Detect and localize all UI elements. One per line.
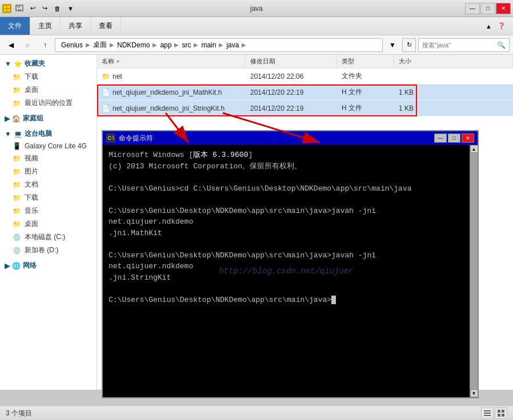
cmd-maximize[interactable]: □ [448,134,460,143]
cmd-line-11: C:\Users\Genius\Desktop\NDKDemo\app\src\… [109,294,464,306]
file-row-1[interactable]: 📄 net_qiujuer_ndkdemo_jni_MathKit.h 2014… [97,84,513,100]
bc-java[interactable]: java [224,40,241,50]
file-row-0[interactable]: 📁 net 2014/12/20 22:06 文件夹 [97,68,513,84]
homegroup-collapse-icon: ▶ [5,115,10,123]
file-type-0: 文件夹 [337,71,394,81]
sidebar-section-homegroup: ▶ 🏠 家庭组 [0,112,97,125]
toolbar-dropdown[interactable]: ▼ [65,2,77,15]
folder-icon-net: 📁 [102,72,110,80]
svg-rect-1 [7,6,10,8]
bc-desktop[interactable]: 桌面 [91,39,109,51]
favorites-label: 收藏夹 [25,59,45,68]
undo-btn[interactable]: ↩ [27,2,38,15]
svg-rect-13 [498,410,500,413]
sidebar-item-documents[interactable]: 📁 文档 [0,178,97,191]
cmd-title: 命令提示符 [119,134,153,143]
sidebar-item-desktop[interactable]: 📁 桌面 [0,83,97,96]
bc-ndkdemo[interactable]: NDKDemo [115,40,152,50]
sidebar-header-network[interactable]: ▶ 🌐 网络 [0,259,97,272]
svg-rect-12 [484,415,491,416]
address-dropdown-btn[interactable]: ▼ [385,38,400,52]
breadcrumb: Genius ▶ 桌面 ▶ NDKDemo ▶ app ▶ src ▶ main… [59,39,247,51]
cmd-scroll-down[interactable]: ▼ [470,389,478,397]
sidebar-item-videos[interactable]: 📁 视频 [0,152,97,165]
sidebar-item-recent[interactable]: 📁 最近访问的位置 [0,96,97,110]
col-header-name[interactable]: 名称 ▼ [97,55,246,68]
tab-file[interactable]: 文件 [0,17,30,35]
bc-src[interactable]: src [179,40,193,50]
folder-icon-downloads: 📁 [13,73,21,81]
cmd-controls: — □ ✕ [434,134,474,143]
col-header-type[interactable]: 类型 [337,55,394,68]
large-icons-view-btn[interactable] [495,407,507,419]
bc-genius[interactable]: Genius [59,40,85,50]
bc-app[interactable]: app [158,40,174,50]
desktop2-icon: 📁 [13,220,21,228]
file-size-1: 1 KB [394,88,513,96]
refresh-btn[interactable]: ↻ [402,38,416,52]
sidebar-header-favorites[interactable]: ▼ ⭐ 收藏夹 [0,57,97,70]
col-header-size[interactable]: 大小 [394,55,513,68]
status-view-controls [481,407,507,419]
file-size-2: 1 KB [394,104,513,112]
tab-home[interactable]: 主页 [30,17,61,35]
cmd-scroll-track[interactable] [470,153,478,389]
back-btn[interactable]: ◀ [3,38,18,52]
sidebar-item-local-d[interactable]: 💿 新加卷 (D:) [0,244,97,257]
close-btn[interactable]: ✕ [496,3,511,14]
tab-share[interactable]: 共享 [61,17,91,35]
cmd-line-7 [109,239,464,250]
file-row-2[interactable]: 📄 net_qiujuer_ndkdemo_jni_StringKit.h 20… [97,100,513,116]
sidebar: ▼ ⭐ 收藏夹 📁 下载 📁 桌面 📁 最近访问的位置 [0,55,97,390]
sidebar-item-music[interactable]: 📁 音乐 [0,204,97,217]
svg-rect-16 [502,414,504,417]
minimize-btn[interactable]: — [465,3,480,14]
delete-btn[interactable]: 🗑 [51,2,63,15]
network-label: 网络 [23,261,37,270]
window-icon [2,4,11,13]
svg-rect-11 [484,413,491,414]
documents-icon: 📁 [13,181,21,189]
forward-btn[interactable]: ▶ [21,38,35,52]
sidebar-item-local-c[interactable]: 💿 本地磁盘 (C:) [0,231,97,244]
redo-btn[interactable]: ↪ [39,2,50,15]
window-controls: — □ ✕ [465,3,511,14]
cmd-line-2 [109,172,464,183]
search-box[interactable]: 🔍 [418,38,510,52]
details-view-btn[interactable] [481,407,494,419]
maximize-btn[interactable]: □ [480,3,495,14]
up-btn[interactable]: ↑ [38,38,53,52]
sidebar-item-downloads2[interactable]: 📁 下载 [0,191,97,204]
tab-view[interactable]: 查看 [91,17,121,35]
cmd-minimize[interactable]: — [434,134,447,143]
cmd-scroll-up[interactable]: ▲ [470,145,478,153]
col-header-date[interactable]: 修改日期 [246,55,337,68]
cmd-line-8: C:\Users\Genius\Desktop\NDKDemo\app\src\… [109,250,464,272]
sidebar-header-thispc[interactable]: ▼ 💻 这台电脑 [0,127,97,140]
bc-main[interactable]: main [199,40,218,50]
cmd-close[interactable]: ✕ [462,134,474,143]
file-name-2: 📄 net_qiujuer_ndkdemo_jni_StringKit.h [97,104,246,112]
sidebar-header-homegroup[interactable]: ▶ 🏠 家庭组 [0,112,97,125]
search-icon: 🔍 [497,41,506,49]
title-bar-left: ↩ ↪ 🗑 ▼ [2,2,77,15]
file-date-1: 2014/12/20 22:19 [246,88,337,96]
status-item-count: 3 个项目 [6,409,32,418]
file-name-0: 📁 net [97,72,246,80]
address-box[interactable]: Genius ▶ 桌面 ▶ NDKDemo ▶ app ▶ src ▶ main… [55,38,383,52]
collapse-ribbon-btn[interactable]: ▲ [483,20,495,33]
search-input[interactable] [422,42,497,49]
cmd-line-6: .jni.MathKit [109,228,464,239]
sidebar-item-desktop2[interactable]: 📁 桌面 [0,217,97,231]
homegroup-icon: 🏠 [12,115,21,123]
svg-rect-15 [498,414,500,417]
sidebar-item-pictures[interactable]: 📁 图片 [0,165,97,178]
svg-rect-2 [4,9,6,11]
sidebar-item-downloads[interactable]: 📁 下载 [0,70,97,83]
save-state-btn[interactable] [13,2,26,15]
disk-d-icon: 💿 [13,247,21,255]
videos-icon: 📁 [13,155,21,163]
help-btn[interactable]: ❓ [495,20,508,33]
title-bar: ↩ ↪ 🗑 ▼ java — □ ✕ [0,0,513,17]
sidebar-item-galaxy[interactable]: 📱 Galaxy Core Lite 4G [0,140,97,152]
